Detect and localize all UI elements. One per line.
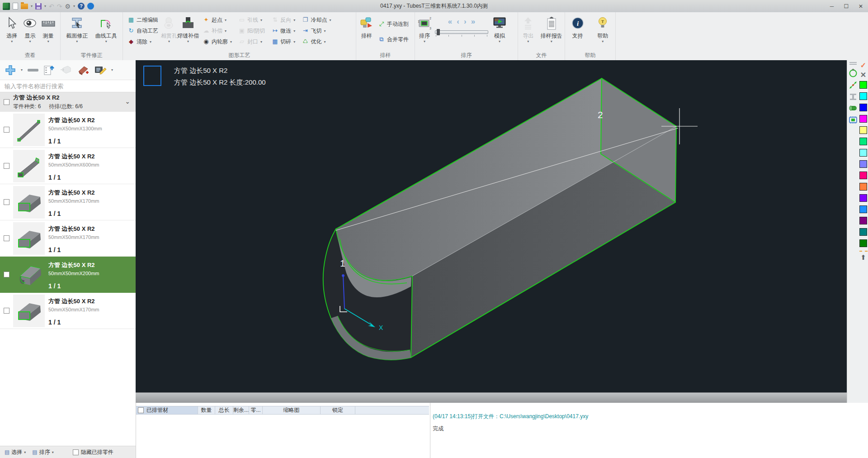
fly-cut-button[interactable]: ⇥ 飞切 ▾ [302,25,331,36]
col-locked[interactable]: 锁定 [321,406,355,414]
section-beam-icon[interactable] [849,93,858,101]
dropdown-caret-icon[interactable]: ▾ [150,40,151,43]
dropdown-caret-icon[interactable]: ▾ [225,29,226,33]
part-checkbox[interactable] [4,272,9,277]
dropdown-caret-icon[interactable]: ▾ [293,19,295,22]
manual-cut-button[interactable]: ⤢ 手动连割 [378,19,409,29]
chip-grid-icon[interactable] [848,115,858,124]
col-nested-tubes[interactable]: 已排管材 [146,406,168,414]
part-checkbox[interactable] [4,127,9,133]
part-list-item[interactable]: 方管 边长50 X R2 50mmX50mmX170mm 1 / 1 [0,220,136,257]
add-part-caret-icon[interactable]: ▾ [21,68,23,72]
simulate-button[interactable]: 模拟 ▾ [492,12,507,43]
chevron-down-icon[interactable]: ⌄ [125,98,130,105]
search-input[interactable] [0,80,136,92]
color-swatch[interactable] [859,228,867,236]
remove-part-icon[interactable] [27,68,39,72]
color-swatch[interactable] [859,160,867,168]
color-swatch[interactable] [859,239,867,247]
skip-back-icon[interactable]: « [448,19,452,25]
color-swatch[interactable] [859,205,867,213]
intersect-hole-button[interactable]: 相贯孔 ▾ [161,12,177,43]
part-checkbox[interactable] [4,235,9,241]
dropdown-caret-icon[interactable]: ▾ [499,40,500,43]
dropdown-caret-icon[interactable]: ▾ [293,40,295,43]
color-swatch[interactable] [859,81,867,89]
micro-joint-button[interactable]: ↦ 微连 ▾ [271,25,295,36]
auto-process-button[interactable]: ↻ 自动工艺 [127,25,158,36]
reverse-button[interactable]: ⇅ 反向 ▾ [271,14,295,25]
footer-select-button[interactable]: ▤ 选择 ▾ [5,448,26,456]
part-list-item[interactable]: 方管 边长50 X R2 50mmX50mmX600mm 1 / 1 [0,148,136,184]
dropdown-caret-icon[interactable]: ▾ [24,450,26,454]
dropdown-caret-icon[interactable]: ▾ [551,40,552,43]
dropdown-caret-icon[interactable]: ▾ [29,40,31,43]
part-list-item[interactable]: 方管 边长50 X R2 50mmX50mmX1300mm 1 / 1 [0,112,136,148]
move-up-arrow-icon[interactable]: ⬆ [860,254,866,261]
confirm-check-icon[interactable]: ✓ [860,62,866,69]
part-checkbox[interactable] [4,199,9,205]
color-swatch[interactable] [859,183,867,191]
dropdown-caret-icon[interactable]: ▾ [230,40,232,43]
slider-handle[interactable] [437,29,440,35]
skip-forward-icon[interactable]: » [471,19,475,25]
viewport-3d[interactable]: X 1 2 方管 边长50 X R2 方管 边长50 X R2 长度:200.0… [136,60,847,392]
edit-list-caret-icon[interactable]: ▾ [111,68,113,72]
export-button[interactable]: 导出 ▾ [520,12,536,43]
clear-button[interactable]: ◆ 清除 ▾ [127,36,158,47]
extrude-part-icon[interactable] [60,64,72,76]
dropdown-caret-icon[interactable]: ▾ [11,40,13,43]
cooling-point-button[interactable]: ❐ 冷却点 ▾ [302,14,331,25]
color-swatch[interactable] [859,149,867,157]
part-list-item-selected[interactable]: 方管 边长50 X R2 50mmX50mmX200mm 1 / 1 [0,257,136,293]
import-list-icon[interactable] [43,64,55,76]
color-swatch[interactable] [859,104,867,111]
section-fix-button[interactable]: 截面修正 ▾ [66,12,88,43]
add-part-icon[interactable] [5,64,16,76]
dropdown-caret-icon[interactable]: ▾ [52,450,54,454]
dropdown-caret-icon[interactable]: ▾ [105,40,107,43]
dropdown-caret-icon[interactable]: ▾ [47,40,49,43]
dropdown-caret-icon[interactable]: ▾ [324,29,326,33]
dropdown-caret-icon[interactable]: ▾ [76,40,78,43]
dropdown-caret-icon[interactable]: ▾ [260,40,262,43]
tube-cylinder-icon[interactable] [848,104,858,112]
col-total-length[interactable]: 总长 [215,406,233,414]
dropdown-caret-icon[interactable]: ▾ [293,29,295,33]
table-select-all-checkbox[interactable] [138,407,144,413]
step-forward-icon[interactable]: › [464,19,467,25]
col-parts[interactable]: 零... [249,406,263,414]
part-list-item[interactable]: 方管 边长50 X R2 50mmX50mmX170mm 1 / 1 [0,184,136,220]
step-back-icon[interactable]: ‹ [457,19,459,25]
simulation-speed-slider[interactable] [435,30,488,37]
measure-diagonal-icon[interactable] [849,81,858,90]
footer-sort-button[interactable]: ▤ 排序 ▾ [32,448,53,456]
dropdown-caret-icon[interactable]: ▾ [225,19,226,22]
optimize-button[interactable]: ♺ 优化 ▾ [302,36,331,47]
nest-button[interactable]: 排样 [359,12,374,40]
curve-tools-button[interactable]: 曲线工具 ▾ [95,12,117,43]
minimize-button[interactable]: ─ [825,0,839,12]
parts-group-header[interactable]: 方管 边长50 X R2 零件种类: 6 待排/总数: 6/6 ⌄ [0,92,136,112]
dropdown-caret-icon[interactable]: ▾ [424,40,425,43]
cancel-x-icon[interactable]: ✕ [860,72,866,79]
color-swatch[interactable] [859,115,867,123]
part-checkbox[interactable] [4,308,9,314]
maximize-button[interactable]: ☐ [839,0,854,12]
dropdown-caret-icon[interactable]: ▾ [329,19,331,22]
weld-compensation-button[interactable]: 焊缝补偿 ▾ [177,12,199,43]
dropdown-caret-icon[interactable]: ▾ [324,40,326,43]
seal-button[interactable]: ▱ 封口 ▾ [238,36,265,47]
compensation-button[interactable]: ☁ 补偿 ▾ [203,25,232,36]
support-button[interactable]: i 支持 [570,12,585,40]
merge-parts-button[interactable]: ⧉ 合并零件 [378,34,409,45]
delete-eraser-icon[interactable] [77,64,90,76]
col-thumbnail[interactable]: 缩略图 [263,406,321,414]
close-button[interactable]: ✕ [854,0,868,12]
color-swatch[interactable] [859,138,867,145]
part-checkbox[interactable] [4,163,9,169]
hide-nested-checkbox[interactable] [73,449,79,455]
edit-list-icon[interactable] [94,64,107,76]
dropdown-caret-icon[interactable]: ▾ [168,40,170,43]
inner-contour-button[interactable]: ◉ 内轮廓 ▾ [203,36,232,47]
